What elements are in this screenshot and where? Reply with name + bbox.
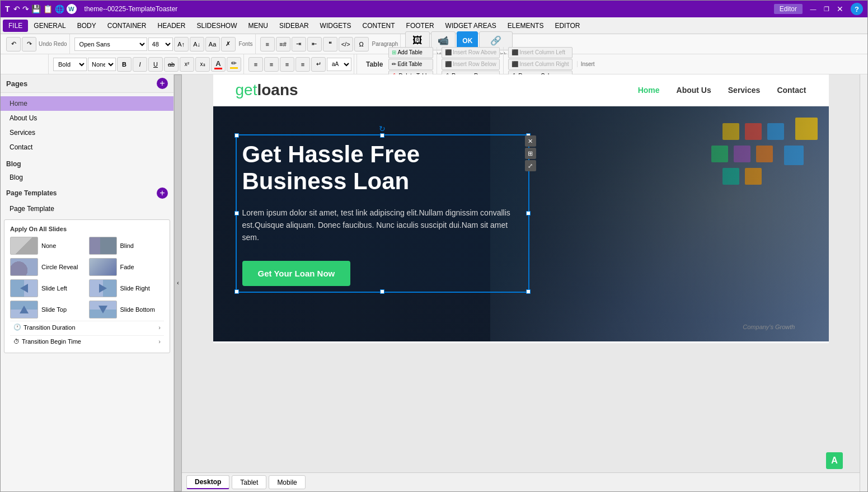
save-icon[interactable]: 💾 bbox=[31, 4, 41, 13]
rtl-button[interactable]: ↵ bbox=[311, 57, 326, 72]
selection-expand-button[interactable]: ⤢ bbox=[525, 160, 536, 171]
font-case-button[interactable]: Aa bbox=[205, 37, 220, 51]
font-size-up-button[interactable]: A↑ bbox=[174, 37, 189, 51]
restore-button[interactable]: ❐ bbox=[820, 3, 833, 15]
insert-row-below-button[interactable]: ⬛ Insert Row Below bbox=[442, 59, 500, 70]
menu-widgets[interactable]: WIDGETS bbox=[315, 20, 357, 32]
nav-services[interactable]: Services bbox=[728, 86, 761, 95]
style-select[interactable]: Bold bbox=[53, 58, 87, 71]
clear-format-button[interactable]: ✗ bbox=[221, 37, 236, 51]
align-justify-button[interactable]: ≡ bbox=[295, 57, 310, 72]
align-left-button[interactable]: ≡ bbox=[248, 57, 263, 72]
handle-bottom-right[interactable] bbox=[526, 289, 531, 294]
globe-icon[interactable]: 🌐 bbox=[55, 4, 64, 13]
undo-button[interactable]: ↶ bbox=[6, 37, 21, 51]
minimize-button[interactable]: — bbox=[807, 3, 819, 15]
undo-icon[interactable]: ↶ bbox=[13, 4, 20, 13]
add-page-button[interactable]: + bbox=[157, 78, 168, 89]
page-item-contact[interactable]: Contact bbox=[1, 140, 173, 154]
selection-close-button[interactable]: ✕ bbox=[525, 135, 536, 147]
tab-desktop[interactable]: Desktop bbox=[186, 475, 229, 489]
superscript-button[interactable]: x² bbox=[180, 57, 194, 72]
scrollbar-right[interactable] bbox=[860, 74, 867, 491]
anchor-button[interactable]: A bbox=[826, 452, 843, 469]
slide-right[interactable]: Slide Right bbox=[89, 279, 165, 297]
add-table-button[interactable]: ⊞ Add Table bbox=[388, 47, 433, 58]
handle-top-left[interactable] bbox=[234, 133, 239, 138]
menu-elements[interactable]: ELEMENTS bbox=[502, 20, 550, 32]
bold-button[interactable]: B bbox=[117, 57, 132, 72]
blockquote-button[interactable]: ❝ bbox=[323, 37, 337, 51]
slide-circle[interactable]: Circle Reveal bbox=[10, 258, 86, 276]
menu-container[interactable]: CONTAINER bbox=[102, 20, 152, 32]
list-ordered-button[interactable]: ≡# bbox=[276, 37, 290, 51]
subscript-button[interactable]: x₂ bbox=[195, 57, 210, 72]
slide-blind[interactable]: Blind bbox=[89, 237, 165, 255]
insert-row-above-button[interactable]: ⬛ Insert Row Above bbox=[442, 47, 500, 58]
rotate-handle[interactable]: ↻ bbox=[378, 124, 387, 133]
handle-top-mid[interactable] bbox=[380, 133, 384, 138]
redo-button[interactable]: ↷ bbox=[22, 37, 36, 51]
hero-cta-button[interactable]: Get Your Loan Now bbox=[242, 261, 351, 286]
menu-slideshow[interactable]: SLIDESHOW bbox=[191, 20, 243, 32]
selection-grid-button[interactable]: ⊞ bbox=[525, 148, 536, 159]
handle-bottom-mid[interactable] bbox=[380, 289, 384, 294]
slide-top[interactable]: Slide Top bbox=[10, 301, 86, 318]
slide-left[interactable]: Slide Left bbox=[10, 279, 86, 297]
copy-icon[interactable]: 📋 bbox=[43, 4, 53, 13]
tab-tablet[interactable]: Tablet bbox=[232, 475, 266, 489]
font-family-select[interactable]: Open Sans bbox=[74, 38, 147, 51]
nav-home[interactable]: Home bbox=[638, 86, 660, 95]
insert-col-right-button[interactable]: ⬛ Insert Column Right bbox=[508, 59, 572, 70]
list-bullet-button[interactable]: ≡ bbox=[260, 37, 275, 51]
font-size-down-button[interactable]: A↓ bbox=[190, 37, 204, 51]
align-center-button[interactable]: ≡ bbox=[264, 57, 279, 72]
collapse-sidebar-button[interactable]: ‹ bbox=[174, 74, 182, 491]
menu-menu[interactable]: MENU bbox=[243, 20, 274, 32]
nav-contact[interactable]: Contact bbox=[777, 86, 806, 95]
italic-button[interactable]: I bbox=[133, 57, 147, 72]
outdent-button[interactable]: ⇤ bbox=[307, 37, 322, 51]
slide-bottom[interactable]: Slide Bottom bbox=[89, 301, 165, 318]
highlight-button[interactable]: ✏ bbox=[227, 57, 241, 72]
redo-icon[interactable]: ↷ bbox=[22, 4, 29, 13]
tab-mobile[interactable]: Mobile bbox=[269, 475, 305, 489]
add-template-button[interactable]: + bbox=[157, 188, 168, 199]
strikethrough-button[interactable]: ab bbox=[164, 57, 179, 72]
transition-begin-row[interactable]: ⏱ Transition Begin Time › bbox=[10, 335, 164, 347]
handle-mid-right[interactable] bbox=[526, 211, 531, 215]
menu-sidebar[interactable]: SIDEBAR bbox=[274, 20, 315, 32]
menu-footer[interactable]: FOOTER bbox=[401, 20, 440, 32]
page-template-item[interactable]: Page Template bbox=[1, 202, 173, 216]
nav-about[interactable]: About Us bbox=[677, 86, 711, 95]
indent-button[interactable]: ⇥ bbox=[292, 37, 306, 51]
menu-body[interactable]: BODY bbox=[72, 20, 102, 32]
menu-general[interactable]: GENERAL bbox=[28, 20, 71, 32]
slide-none[interactable]: None bbox=[10, 237, 86, 255]
font-size-select[interactable]: 48 bbox=[148, 38, 173, 51]
slide-fade[interactable]: Fade bbox=[89, 258, 165, 276]
underline-button[interactable]: U bbox=[148, 57, 163, 72]
menu-header[interactable]: HEADER bbox=[152, 20, 191, 32]
menu-content[interactable]: CONTENT bbox=[357, 20, 401, 32]
insert-col-left-button[interactable]: ⬛ Insert Column Left bbox=[508, 47, 572, 58]
indent-select[interactable]: None bbox=[88, 58, 116, 71]
page-item-services[interactable]: Services bbox=[1, 125, 173, 140]
handle-mid-left[interactable] bbox=[234, 211, 239, 215]
font-size-select2[interactable]: aA bbox=[327, 58, 351, 71]
edit-table-button[interactable]: ✏ Edit Table bbox=[388, 59, 433, 70]
code-button[interactable]: </> bbox=[339, 37, 353, 51]
special-chars-button[interactable]: Ω bbox=[354, 37, 369, 51]
blog-item[interactable]: Blog bbox=[1, 170, 173, 185]
page-item-about[interactable]: About Us bbox=[1, 111, 173, 125]
help-icon[interactable]: ? bbox=[851, 3, 863, 15]
menu-editor[interactable]: EDITOR bbox=[549, 20, 585, 32]
menu-widget-areas[interactable]: WIDGET AREAS bbox=[440, 20, 502, 32]
align-right-button[interactable]: ≡ bbox=[280, 57, 294, 72]
transition-duration-row[interactable]: 🕐 Transition Duration › bbox=[10, 321, 164, 333]
close-button[interactable]: ✕ bbox=[834, 3, 846, 15]
handle-bottom-left[interactable] bbox=[234, 289, 239, 294]
page-item-home[interactable]: Home bbox=[1, 96, 173, 111]
menu-file[interactable]: FILE bbox=[3, 20, 28, 32]
wp-icon[interactable]: W bbox=[67, 4, 77, 14]
